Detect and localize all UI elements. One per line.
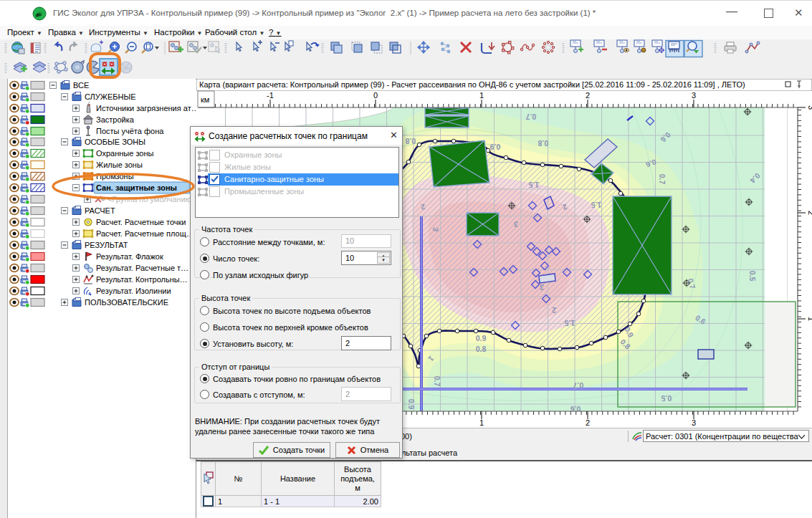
svg-text:0.5: 0.5 — [661, 394, 672, 403]
svg-text:км: км — [201, 95, 209, 104]
svg-text:Результат. Расчетные т…: Результат. Расчетные т… — [96, 264, 188, 272]
svg-text:2: 2 — [586, 91, 590, 100]
svg-text:2: 2 — [807, 211, 812, 215]
svg-text:ВСЕ: ВСЕ — [73, 81, 89, 90]
svg-text:Промзоны: Промзоны — [96, 172, 134, 181]
svg-text:3: 3 — [514, 220, 518, 229]
svg-text:0.9: 0.9 — [490, 143, 501, 151]
svg-text:Сан. защитные зоны: Сан. защитные зоны — [96, 183, 177, 192]
svg-text:Жилые зоны: Жилые зоны — [96, 160, 143, 169]
svg-text:0.7: 0.7 — [433, 376, 441, 387]
svg-text:Источники загрязнения ат…: Источники загрязнения ат… — [96, 104, 196, 112]
svg-text:3: 3 — [692, 418, 696, 427]
svg-text:<Группа по умолчанию>: <Группа по умолчанию> — [108, 195, 196, 203]
svg-text:0.8: 0.8 — [406, 137, 416, 145]
svg-text:3: 3 — [540, 283, 544, 292]
svg-text:3: 3 — [807, 105, 812, 110]
svg-text:0.8: 0.8 — [476, 345, 487, 353]
svg-text:Охранные зоны: Охранные зоны — [96, 149, 154, 158]
svg-text:0.7: 0.7 — [573, 381, 584, 390]
svg-text:2: 2 — [552, 306, 556, 315]
svg-text:Результат. Контрольны…: Результат. Контрольны… — [96, 275, 188, 284]
svg-text:1.5: 1.5 — [591, 201, 602, 209]
svg-text:2: 2 — [586, 418, 590, 427]
svg-text:Застройка: Застройка — [96, 115, 135, 124]
svg-text:СЛУЖЕБНЫЕ: СЛУЖЕБНЫЕ — [85, 92, 136, 101]
svg-text:0.7: 0.7 — [658, 174, 667, 185]
svg-text:1.5: 1.5 — [565, 319, 575, 327]
svg-text:Результат. Флажок: Результат. Флажок — [96, 252, 163, 261]
svg-text:3: 3 — [692, 91, 696, 100]
svg-text:Карта (вариант расчета: Контро: Карта (вариант расчета: Контрольный прим… — [199, 80, 745, 89]
svg-text:0.8: 0.8 — [538, 139, 549, 148]
svg-text:1: 1 — [807, 317, 812, 321]
svg-text:1: 1 — [479, 418, 484, 427]
svg-text:Расчет. Расчетные площ…: Расчет. Расчетные площ… — [96, 229, 194, 238]
svg-text:Расчет. Расчетные точки: Расчет. Расчетные точки — [96, 218, 186, 226]
svg-text:0.9: 0.9 — [476, 334, 487, 342]
svg-text:РЕЗУЛЬТАТ: РЕЗУЛЬТАТ — [85, 241, 128, 249]
svg-text:Посты учёта фона: Посты учёта фона — [96, 127, 164, 135]
svg-text:0: 0 — [373, 91, 378, 100]
svg-text:Результат. Изолинии: Результат. Изолинии — [96, 287, 171, 295]
svg-text:0.7: 0.7 — [526, 112, 537, 121]
svg-text:0.9: 0.9 — [407, 399, 416, 410]
svg-text:0.5: 0.5 — [748, 271, 757, 282]
svg-text:1: 1 — [479, 91, 484, 100]
svg-text:РАСЧЕТ: РАСЧЕТ — [85, 206, 115, 215]
svg-text:ОСОБЫЕ ЗОНЫ: ОСОБЫЕ ЗОНЫ — [85, 138, 145, 146]
svg-text:-1: -1 — [267, 91, 274, 100]
svg-text:ПОЛЬЗОВАТЕЛЬСКИЕ: ПОЛЬЗОВАТЕЛЬСКИЕ — [85, 298, 168, 307]
svg-text:1.5: 1.5 — [529, 181, 540, 189]
